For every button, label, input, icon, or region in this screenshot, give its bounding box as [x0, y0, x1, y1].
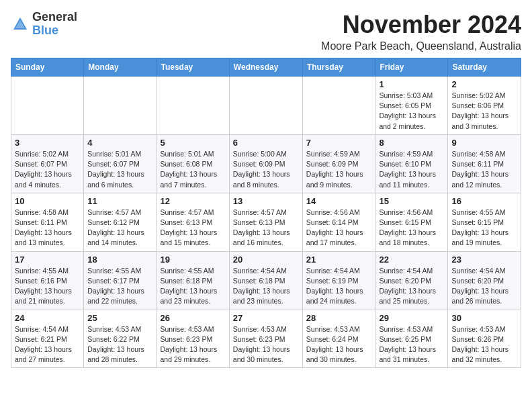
- calendar-cell: 5 Sunrise: 5:01 AMSunset: 6:08 PMDayligh…: [157, 134, 229, 193]
- page-header: General Blue November 2024 Moore Park Be…: [11, 11, 521, 52]
- day-number: 24: [15, 313, 80, 323]
- calendar-cell: 10 Sunrise: 4:58 AMSunset: 6:11 PMDaylig…: [11, 193, 84, 251]
- day-detail: Sunrise: 4:57 AMSunset: 6:13 PMDaylight:…: [233, 208, 290, 247]
- calendar-cell: [84, 77, 157, 135]
- day-number: 17: [15, 255, 80, 265]
- day-number: 18: [87, 255, 152, 265]
- day-detail: Sunrise: 4:59 AMSunset: 6:10 PMDaylight:…: [379, 150, 436, 189]
- calendar-week-row: 1 Sunrise: 5:03 AMSunset: 6:05 PMDayligh…: [11, 77, 521, 135]
- calendar-header-row: SundayMondayTuesdayWednesdayThursdayFrid…: [11, 58, 521, 77]
- day-number: 9: [451, 138, 517, 148]
- day-number: 27: [233, 313, 299, 323]
- location-subtitle: Moore Park Beach, Queensland, Australia: [321, 40, 521, 52]
- day-detail: Sunrise: 4:54 AMSunset: 6:19 PMDaylight:…: [306, 267, 363, 306]
- title-block: November 2024 Moore Park Beach, Queensla…: [321, 11, 521, 52]
- weekday-header: Tuesday: [157, 58, 229, 77]
- day-detail: Sunrise: 4:55 AMSunset: 6:18 PMDaylight:…: [161, 267, 218, 306]
- calendar-cell: 23 Sunrise: 4:54 AMSunset: 6:20 PMDaylig…: [448, 251, 521, 310]
- calendar-cell: 29 Sunrise: 4:53 AMSunset: 6:25 PMDaylig…: [375, 310, 448, 368]
- calendar-week-row: 10 Sunrise: 4:58 AMSunset: 6:11 PMDaylig…: [11, 193, 521, 251]
- calendar-cell: 16 Sunrise: 4:55 AMSunset: 6:15 PMDaylig…: [448, 193, 521, 251]
- day-detail: Sunrise: 4:55 AMSunset: 6:15 PMDaylight:…: [451, 208, 508, 247]
- day-detail: Sunrise: 4:54 AMSunset: 6:20 PMDaylight:…: [379, 267, 436, 306]
- day-detail: Sunrise: 4:53 AMSunset: 6:22 PMDaylight:…: [87, 325, 144, 364]
- calendar-cell: 2 Sunrise: 5:02 AMSunset: 6:06 PMDayligh…: [448, 77, 521, 135]
- day-number: 28: [306, 313, 372, 323]
- day-detail: Sunrise: 4:56 AMSunset: 6:14 PMDaylight:…: [306, 208, 363, 247]
- logo-blue-text: Blue: [32, 24, 58, 37]
- logo-text: General Blue: [32, 11, 77, 38]
- calendar-cell: [229, 77, 302, 135]
- calendar-cell: 25 Sunrise: 4:53 AMSunset: 6:22 PMDaylig…: [84, 310, 157, 368]
- logo-general-text: General: [32, 10, 77, 24]
- calendar-cell: 8 Sunrise: 4:59 AMSunset: 6:10 PMDayligh…: [375, 134, 448, 193]
- calendar-cell: 18 Sunrise: 4:55 AMSunset: 6:17 PMDaylig…: [84, 251, 157, 310]
- weekday-header: Sunday: [11, 58, 84, 77]
- day-detail: Sunrise: 4:54 AMSunset: 6:18 PMDaylight:…: [233, 267, 290, 306]
- day-detail: Sunrise: 4:53 AMSunset: 6:26 PMDaylight:…: [451, 325, 508, 364]
- day-number: 21: [306, 255, 372, 265]
- day-number: 7: [306, 138, 372, 148]
- calendar-week-row: 17 Sunrise: 4:55 AMSunset: 6:16 PMDaylig…: [11, 251, 521, 310]
- day-detail: Sunrise: 4:59 AMSunset: 6:09 PMDaylight:…: [306, 150, 363, 189]
- day-number: 23: [451, 255, 517, 265]
- day-number: 4: [87, 138, 152, 148]
- day-number: 13: [233, 196, 299, 206]
- day-detail: Sunrise: 5:00 AMSunset: 6:09 PMDaylight:…: [233, 150, 290, 189]
- calendar-cell: 22 Sunrise: 4:54 AMSunset: 6:20 PMDaylig…: [375, 251, 448, 310]
- calendar-cell: 12 Sunrise: 4:57 AMSunset: 6:13 PMDaylig…: [157, 193, 229, 251]
- day-number: 14: [306, 196, 372, 206]
- day-detail: Sunrise: 4:53 AMSunset: 6:25 PMDaylight:…: [379, 325, 436, 364]
- day-number: 20: [233, 255, 299, 265]
- day-number: 1: [379, 79, 444, 89]
- day-number: 6: [233, 138, 299, 148]
- weekday-header: Wednesday: [229, 58, 302, 77]
- calendar-cell: 28 Sunrise: 4:53 AMSunset: 6:24 PMDaylig…: [302, 310, 375, 368]
- calendar-week-row: 3 Sunrise: 5:02 AMSunset: 6:07 PMDayligh…: [11, 134, 521, 193]
- weekday-header: Saturday: [448, 58, 521, 77]
- day-detail: Sunrise: 4:57 AMSunset: 6:13 PMDaylight:…: [161, 208, 218, 247]
- calendar-cell: 11 Sunrise: 4:57 AMSunset: 6:12 PMDaylig…: [84, 193, 157, 251]
- day-number: 8: [379, 138, 444, 148]
- day-number: 5: [161, 138, 226, 148]
- weekday-header: Friday: [375, 58, 448, 77]
- calendar-cell: 1 Sunrise: 5:03 AMSunset: 6:05 PMDayligh…: [375, 77, 448, 135]
- calendar-cell: [302, 77, 375, 135]
- day-number: 30: [451, 313, 517, 323]
- day-detail: Sunrise: 4:57 AMSunset: 6:12 PMDaylight:…: [87, 208, 144, 247]
- calendar-cell: 14 Sunrise: 4:56 AMSunset: 6:14 PMDaylig…: [302, 193, 375, 251]
- weekday-header: Monday: [84, 58, 157, 77]
- calendar-cell: 13 Sunrise: 4:57 AMSunset: 6:13 PMDaylig…: [229, 193, 302, 251]
- calendar-cell: 21 Sunrise: 4:54 AMSunset: 6:19 PMDaylig…: [302, 251, 375, 310]
- calendar-cell: 9 Sunrise: 4:58 AMSunset: 6:11 PMDayligh…: [448, 134, 521, 193]
- day-detail: Sunrise: 4:58 AMSunset: 6:11 PMDaylight:…: [15, 208, 72, 247]
- calendar-cell: 27 Sunrise: 4:53 AMSunset: 6:23 PMDaylig…: [229, 310, 302, 368]
- calendar-cell: 7 Sunrise: 4:59 AMSunset: 6:09 PMDayligh…: [302, 134, 375, 193]
- calendar-cell: [157, 77, 229, 135]
- calendar-cell: 30 Sunrise: 4:53 AMSunset: 6:26 PMDaylig…: [448, 310, 521, 368]
- day-number: 22: [379, 255, 444, 265]
- day-detail: Sunrise: 5:02 AMSunset: 6:07 PMDaylight:…: [15, 150, 72, 189]
- calendar-cell: [11, 77, 84, 135]
- day-detail: Sunrise: 4:53 AMSunset: 6:23 PMDaylight:…: [233, 325, 290, 364]
- calendar-cell: 24 Sunrise: 4:54 AMSunset: 6:21 PMDaylig…: [11, 310, 84, 368]
- day-detail: Sunrise: 5:02 AMSunset: 6:06 PMDaylight:…: [451, 91, 508, 130]
- calendar-cell: 3 Sunrise: 5:02 AMSunset: 6:07 PMDayligh…: [11, 134, 84, 193]
- day-number: 12: [161, 196, 226, 206]
- calendar-week-row: 24 Sunrise: 4:54 AMSunset: 6:21 PMDaylig…: [11, 310, 521, 368]
- day-detail: Sunrise: 5:01 AMSunset: 6:08 PMDaylight:…: [161, 150, 218, 189]
- calendar-cell: 17 Sunrise: 4:55 AMSunset: 6:16 PMDaylig…: [11, 251, 84, 310]
- day-detail: Sunrise: 4:54 AMSunset: 6:21 PMDaylight:…: [15, 325, 72, 364]
- day-number: 15: [379, 196, 444, 206]
- day-number: 10: [15, 196, 80, 206]
- calendar-cell: 4 Sunrise: 5:01 AMSunset: 6:07 PMDayligh…: [84, 134, 157, 193]
- logo-icon: [11, 15, 30, 34]
- calendar-table: SundayMondayTuesdayWednesdayThursdayFrid…: [11, 58, 521, 368]
- day-number: 3: [15, 138, 80, 148]
- day-detail: Sunrise: 4:55 AMSunset: 6:17 PMDaylight:…: [87, 267, 144, 306]
- day-detail: Sunrise: 4:56 AMSunset: 6:15 PMDaylight:…: [379, 208, 436, 247]
- day-detail: Sunrise: 4:53 AMSunset: 6:24 PMDaylight:…: [306, 325, 363, 364]
- day-detail: Sunrise: 4:58 AMSunset: 6:11 PMDaylight:…: [451, 150, 508, 189]
- day-detail: Sunrise: 4:55 AMSunset: 6:16 PMDaylight:…: [15, 267, 72, 306]
- day-number: 19: [161, 255, 226, 265]
